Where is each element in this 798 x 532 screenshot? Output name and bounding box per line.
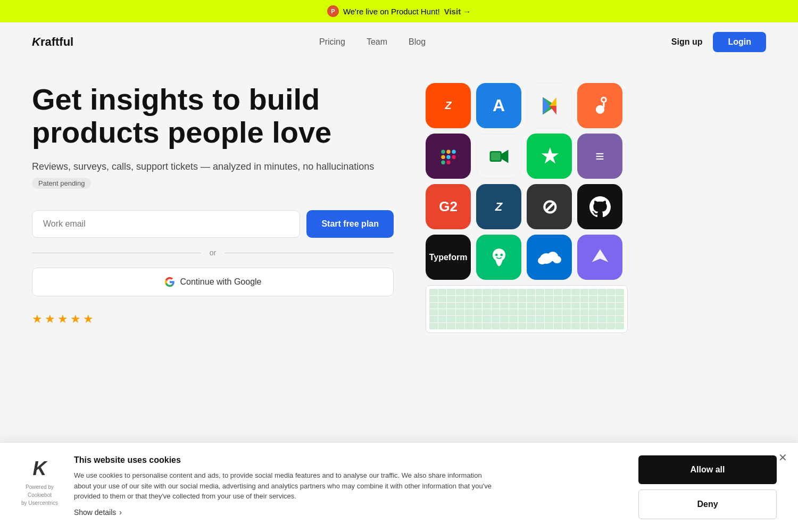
typeform-icon[interactable]: Typeform [426,235,471,280]
cookie-close-button[interactable]: ✕ [778,451,787,464]
zendesk-icon[interactable]: Z [476,184,521,229]
chevron-right-icon: › [119,508,122,517]
google-meet-icon[interactable] [476,134,521,179]
cookie-buttons: Allow all Deny [638,455,777,519]
divider-left [32,253,201,253]
svg-point-21 [495,253,497,256]
svg-rect-15 [446,160,451,164]
cookie-body: We use cookies to personalise content an… [74,470,500,502]
banner-visit-link[interactable]: Visit → [444,7,471,16]
salesforce-icon[interactable] [527,235,572,280]
or-text: or [210,248,216,257]
deny-button[interactable]: Deny [638,489,777,519]
svg-marker-18 [502,149,509,163]
no-icon[interactable]: ⊘ [527,184,572,229]
signup-button[interactable]: Sign up [671,37,703,47]
svg-rect-9 [441,155,445,159]
star-1: ★ [32,312,43,326]
star-4: ★ [70,312,81,326]
google-icon [164,277,175,287]
svg-rect-19 [491,152,501,160]
hero-subtitle: Reviews, surveys, calls, support tickets… [32,161,394,189]
cookiebot-label: Cookiebot [28,492,52,498]
google-signin-button[interactable]: Continue with Google [32,268,394,296]
svg-rect-14 [446,155,451,159]
start-free-plan-button[interactable]: Start free plan [306,210,394,238]
nav-team[interactable]: Team [367,37,387,47]
cookie-title: This website uses cookies [74,455,622,465]
allow-all-button[interactable]: Allow all [638,455,777,484]
g2-icon[interactable]: G2 [426,184,471,229]
svg-marker-2 [550,97,556,106]
main-content: Get insights to build products people lo… [0,62,798,354]
svg-marker-3 [550,106,556,115]
slack-icon[interactable] [426,134,471,179]
svg-marker-27 [592,249,608,262]
or-divider: or [32,248,394,257]
clickup-icon[interactable] [577,235,622,280]
app-icons-section: Z A [426,83,628,333]
nav-actions: Sign up Login [671,32,766,52]
divider-right [225,253,394,253]
svg-point-22 [500,253,503,256]
svg-point-26 [538,257,546,264]
nav-blog[interactable]: Blog [409,37,426,47]
nav-pricing[interactable]: Pricing [319,37,345,47]
cookie-content: This website uses cookies We use cookies… [74,455,622,517]
banner-text: We're live on Product Hunt! [343,7,440,16]
svg-point-25 [553,256,561,263]
app-store-icon[interactable]: A [476,83,521,128]
cookie-logo: K [26,455,53,482]
login-button[interactable]: Login [713,32,766,52]
app-icons-grid: Z A [426,83,628,280]
svg-rect-12 [452,149,456,154]
star-2: ★ [45,312,55,326]
patent-badge: Patent pending [32,178,91,189]
svg-rect-16 [441,160,445,164]
hero-title: Get insights to build products people lo… [32,83,394,148]
svg-rect-13 [452,155,456,159]
notion-icon[interactable]: ≡ [577,134,622,179]
producthunt-icon: P [327,5,339,17]
navbar: Kraftful Pricing Team Blog Sign up Login [0,22,798,62]
nav-links: Pricing Team Blog [319,37,426,47]
google-play-icon[interactable] [527,83,572,128]
chart-area [426,285,628,333]
svg-rect-11 [446,149,451,154]
svg-point-5 [602,98,605,101]
github-icon[interactable] [577,184,622,229]
star-3: ★ [57,312,68,326]
cookie-k-icon: K [32,458,46,480]
hubspot-icon[interactable] [577,83,622,128]
top-banner: P We're live on Product Hunt! Visit → [0,0,798,22]
email-row: Start free plan [32,210,394,238]
capterra-icon[interactable]: ★ [527,134,572,179]
cookiebot-sub: by Usercentrics [21,500,58,506]
cookie-banner: K Powered by Cookiebot by Usercentrics T… [0,442,798,532]
hero-left: Get insights to build products people lo… [32,83,394,326]
logo-k: K [32,35,40,49]
logo-text: raftful [40,35,73,49]
email-input[interactable] [32,210,300,238]
zapier-icon[interactable]: Z [426,83,471,128]
surveymonkey-icon[interactable] [476,235,521,280]
logo[interactable]: Kraftful [32,35,73,49]
stars-row: ★ ★ ★ ★ ★ [32,312,394,326]
svg-rect-10 [441,149,445,154]
star-5: ★ [83,312,94,326]
show-details-link[interactable]: Show details › [74,508,622,517]
cookiebot-logo-area: K Powered by Cookiebot by Usercentrics [21,455,58,506]
powered-by-text: Powered by [26,484,54,490]
